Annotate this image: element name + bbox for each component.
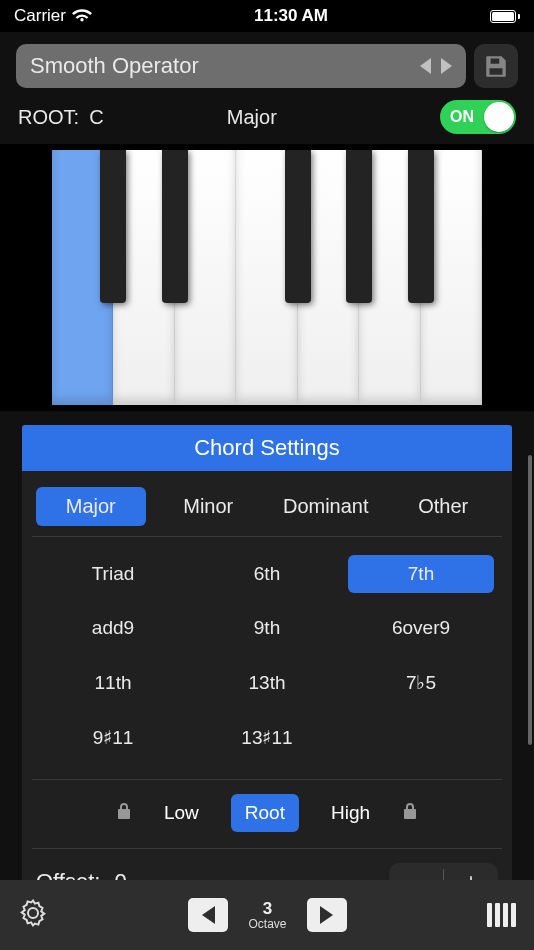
chord-6th[interactable]: 6th — [194, 555, 340, 593]
tab-other[interactable]: Other — [389, 487, 499, 526]
black-key-fs[interactable] — [285, 150, 311, 303]
range-root[interactable]: Root — [231, 794, 299, 832]
chord-add9[interactable]: add9 — [40, 609, 186, 647]
song-title-pill[interactable]: Smooth Operator — [16, 44, 466, 88]
black-key-gs[interactable] — [346, 150, 372, 303]
tab-minor[interactable]: Minor — [154, 487, 264, 526]
octave-prev-button[interactable] — [188, 898, 228, 932]
chord-triad[interactable]: Triad — [40, 555, 186, 593]
chord-13th[interactable]: 13th — [194, 664, 340, 702]
chord-settings-panel: Major Minor Dominant Other Triad 6th 7th… — [22, 471, 512, 919]
chord-9th[interactable]: 9th — [194, 609, 340, 647]
range-high[interactable]: High — [317, 794, 384, 832]
title-arrows — [420, 58, 452, 74]
chord-settings-header: Chord Settings — [22, 425, 512, 471]
status-left: Carrier — [14, 6, 92, 26]
carrier-label: Carrier — [14, 6, 66, 26]
save-button[interactable] — [474, 44, 518, 88]
save-icon — [483, 53, 509, 79]
settings-button[interactable] — [18, 898, 48, 932]
enable-toggle[interactable]: ON — [440, 100, 516, 134]
status-bar: Carrier 11:30 AM — [0, 0, 534, 32]
scrollbar[interactable] — [528, 455, 532, 745]
chord-7b5[interactable]: 7♭5 — [348, 663, 494, 702]
chord-grid: Triad 6th 7th add9 9th 6over9 11th 13th … — [32, 537, 502, 780]
octave-next-button[interactable] — [307, 898, 347, 932]
toggle-knob — [484, 102, 514, 132]
tab-dominant[interactable]: Dominant — [271, 487, 381, 526]
tab-major[interactable]: Major — [36, 487, 146, 526]
battery-icon — [490, 10, 520, 23]
octave-label: Octave — [248, 917, 286, 931]
next-song-icon[interactable] — [441, 58, 452, 74]
title-row: Smooth Operator — [0, 32, 534, 94]
grid-row-1: add9 9th 6over9 — [34, 601, 500, 655]
polyphony-tabs: Major Minor Dominant Other — [32, 481, 502, 537]
bottom-bar: 3 Octave — [0, 880, 534, 950]
octave-value: 3 — [263, 899, 272, 919]
root-row: ROOT: C Major ON — [0, 94, 534, 144]
status-right — [490, 10, 520, 23]
status-time: 11:30 AM — [254, 6, 328, 26]
piano-container — [0, 144, 534, 411]
prev-icon — [202, 906, 215, 924]
black-key-cs[interactable] — [100, 150, 126, 303]
gear-icon — [18, 898, 48, 928]
chord-empty — [348, 730, 494, 746]
octave-nav: 3 Octave — [48, 898, 487, 932]
chord-9sharp11[interactable]: 9♯11 — [40, 718, 186, 757]
prev-song-icon[interactable] — [420, 58, 431, 74]
chord-6over9[interactable]: 6over9 — [348, 609, 494, 647]
lock-icon — [116, 802, 132, 820]
grid-row-2: 11th 13th 7♭5 — [34, 655, 500, 710]
next-icon — [320, 906, 333, 924]
piano-keyboard[interactable] — [52, 150, 482, 405]
lock-low-icon[interactable] — [116, 802, 132, 825]
toggle-label: ON — [450, 108, 474, 126]
black-key-as[interactable] — [408, 150, 434, 303]
black-keys — [52, 150, 482, 303]
grid-row-0: Triad 6th 7th — [34, 547, 500, 601]
wifi-icon — [72, 9, 92, 23]
lock-high-icon[interactable] — [402, 802, 418, 825]
root-scale[interactable]: Major — [64, 106, 440, 129]
keyboard-button[interactable] — [487, 903, 516, 927]
chord-13sharp11[interactable]: 13♯11 — [194, 718, 340, 757]
chord-11th[interactable]: 11th — [40, 664, 186, 702]
song-title: Smooth Operator — [30, 53, 199, 79]
grid-row-3: 9♯11 13♯11 — [34, 710, 500, 765]
range-row: Low Root High — [32, 780, 502, 849]
lock-icon — [402, 802, 418, 820]
range-low[interactable]: Low — [150, 794, 213, 832]
black-key-ds[interactable] — [162, 150, 188, 303]
chord-7th[interactable]: 7th — [348, 555, 494, 593]
